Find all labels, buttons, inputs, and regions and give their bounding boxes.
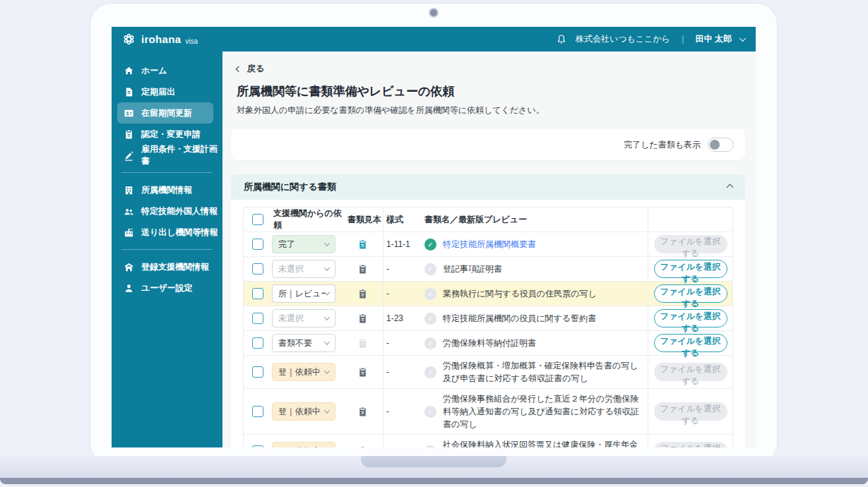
row-checkbox[interactable] <box>252 239 263 250</box>
form-number: - <box>386 446 389 447</box>
sidebar-item-certification-change[interactable]: 認定・変更申請 <box>112 124 222 145</box>
status-check-icon: ✓ <box>424 366 436 378</box>
table-row: 登｜依頼中 - ✓社会保険料納入状況回答票又は健康保険・厚生年金保険料領収証書の… <box>244 434 732 447</box>
building-icon <box>124 185 134 196</box>
status-select[interactable]: 所｜レビュー中 <box>272 284 335 303</box>
app-screen: irohana visa 株式会社いつもここから ｜ 田中 太郎 ホーム 定期届… <box>112 27 756 447</box>
row-checkbox[interactable] <box>252 406 263 417</box>
notification-bell-icon[interactable] <box>556 34 567 45</box>
user-menu-chevron-down-icon[interactable] <box>739 35 747 42</box>
select-file-button[interactable]: ファイルを選択する <box>654 235 727 253</box>
col-header-request: 支援機関からの依頼 <box>272 208 343 232</box>
select-file-button[interactable]: ファイルを選択する <box>654 363 727 381</box>
row-checkbox[interactable] <box>252 313 263 324</box>
document-sample-icon[interactable] <box>357 313 368 325</box>
status-check-icon: ✓ <box>424 288 436 300</box>
status-check-icon: ✓ <box>424 239 436 251</box>
document-name: 労働保険料等納付証明書 <box>443 337 536 349</box>
status-check-icon: ✓ <box>424 263 436 275</box>
show-completed-toggle[interactable] <box>708 138 734 152</box>
back-button[interactable]: 戻る <box>237 63 279 75</box>
sidebar-nav: ホーム 定期届出 在留期間更新 認定・変更申請 雇用条件・支援計画書 所属機 <box>112 52 222 447</box>
chevron-down-icon <box>324 407 330 413</box>
filter-card: 完了した書類も表示 <box>231 129 745 160</box>
document-icon <box>124 87 134 97</box>
status-check-icon: ✓ <box>424 313 436 325</box>
company-name: 株式会社いつもここから <box>576 33 670 45</box>
section-title: 所属機関に関する書類 <box>244 181 336 193</box>
sidebar-divider <box>121 249 213 250</box>
select-file-button[interactable]: ファイルを選択する <box>654 309 727 327</box>
organization-icon <box>124 262 134 272</box>
sidebar-item-user-settings[interactable]: ユーザー設定 <box>112 277 222 299</box>
status-select[interactable]: 書類不要 <box>272 334 335 352</box>
table-row: 完了 1-11-1 ✓特定技能所属機関概要書 ファイルを選択する <box>244 232 732 256</box>
status-select[interactable]: 未選択 <box>272 260 335 278</box>
logo-text: irohana <box>141 33 181 45</box>
sidebar-item-affiliated-org-info[interactable]: 所属機関情報 <box>112 179 222 200</box>
document-name: 社会保険料納入状況回答票又は健康保険・厚生年金保険料領収証書の写し <box>443 438 641 447</box>
sidebar-item-residence-renewal[interactable]: 在留期間更新 <box>117 102 213 124</box>
status-select[interactable]: 登｜依頼中 <box>272 402 335 421</box>
row-checkbox[interactable] <box>252 337 263 349</box>
row-checkbox[interactable] <box>252 366 263 378</box>
sidebar-item-registered-support-org-info[interactable]: 登録支援機関情報 <box>112 256 222 277</box>
row-checkbox[interactable] <box>252 288 263 299</box>
page-subtitle: 対象外国人の申請に必要な書類の準備や確認を所属機関等に依頼してください。 <box>237 104 745 116</box>
id-card-icon <box>124 108 134 119</box>
app-logo[interactable]: irohana visa <box>121 32 198 47</box>
document-sample-icon[interactable] <box>357 288 368 300</box>
form-number: - <box>386 338 389 348</box>
collapse-chevron-up-icon[interactable] <box>727 184 734 191</box>
status-select[interactable]: 登｜依頼中 <box>272 442 335 447</box>
select-file-button[interactable]: ファイルを選択する <box>654 402 727 421</box>
table-row: 未選択 1-23 ✓特定技能所属機関の役員に関する誓約書 ファイルを選択する <box>244 306 732 330</box>
document-sample-icon[interactable] <box>357 406 368 418</box>
row-checkbox[interactable] <box>252 445 263 447</box>
row-checkbox[interactable] <box>252 263 263 275</box>
select-all-checkbox[interactable] <box>252 214 263 225</box>
form-number: 1-11-1 <box>386 239 410 249</box>
col-header-form: 様式 <box>384 208 420 232</box>
document-sample-icon[interactable] <box>357 445 368 448</box>
sidebar-item-foreign-worker-info[interactable]: 特定技能外国人情報 <box>112 200 222 222</box>
select-file-button[interactable]: ファイルを選択する <box>654 284 727 303</box>
document-sample-icon[interactable] <box>357 366 368 378</box>
form-number: - <box>386 264 389 274</box>
document-sample-icon[interactable] <box>357 263 368 275</box>
page-title: 所属機関等に書類準備やレビューの依頼 <box>237 83 745 100</box>
sidebar-item-employment-support-plan[interactable]: 雇用条件・支援計画書 <box>112 145 222 166</box>
sidebar-item-periodic-report[interactable]: 定期届出 <box>112 81 222 102</box>
table-header-row: 支援機関からの依頼 書類見本 様式 書類名／最新版プレビュー <box>244 208 732 232</box>
select-file-button[interactable]: ファイルを選択する <box>654 334 727 352</box>
status-check-icon: ✓ <box>424 445 436 448</box>
chevron-down-icon <box>324 314 330 320</box>
sidebar-item-sending-org-info[interactable]: 送り出し機関等情報 <box>112 222 222 243</box>
section-header[interactable]: 所属機関に関する書類 <box>231 174 745 200</box>
status-check-icon: ✓ <box>424 406 436 418</box>
document-name-link[interactable]: 特定技能所属機関概要書 <box>443 238 536 251</box>
logo-swirl-icon <box>121 32 136 47</box>
chevron-down-icon <box>324 368 330 373</box>
select-file-button[interactable]: ファイルを選択する <box>654 442 727 447</box>
col-header-name: 書類名／最新版プレビュー <box>420 208 648 232</box>
document-name: 特定技能所属機関の役員に関する誓約書 <box>443 312 596 325</box>
document-sample-icon[interactable] <box>357 239 368 251</box>
col-header-sample: 書類見本 <box>343 208 384 232</box>
sidebar-item-home[interactable]: ホーム <box>112 60 222 81</box>
status-select[interactable]: 完了 <box>272 235 335 253</box>
form-number: - <box>386 367 389 377</box>
status-select[interactable]: 未選択 <box>272 309 335 327</box>
chevron-down-icon <box>324 339 330 344</box>
select-file-button[interactable]: ファイルを選択する <box>654 260 727 278</box>
form-number: 1-23 <box>386 313 403 323</box>
document-sample-icon <box>357 337 368 349</box>
user-name[interactable]: 田中 太郎 <box>696 33 732 45</box>
document-name: 労働保険事務組合が発行した直近２年分の労働保険料等納入通知書の写し及び通知書に対… <box>443 392 641 431</box>
main-content: 戻る 所属機関等に書類準備やレビューの依頼 対象外国人の申請に必要な書類の準備や… <box>222 52 756 447</box>
chevron-down-icon <box>324 447 330 447</box>
status-select[interactable]: 登｜依頼中 <box>272 363 335 381</box>
chevron-left-icon <box>236 66 242 71</box>
pen-icon <box>124 150 134 161</box>
document-name: 登記事項証明書 <box>443 263 502 275</box>
